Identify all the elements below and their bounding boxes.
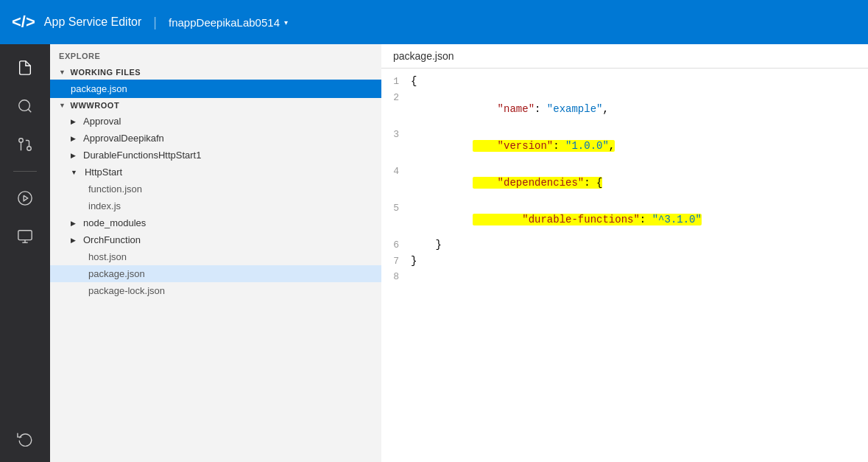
line-number: 4 xyxy=(381,166,411,177)
folder-triangle: ▶ xyxy=(71,135,76,142)
code-text: "name": "example", xyxy=(411,91,868,127)
file-label: package-lock.json xyxy=(88,285,165,296)
activity-search-icon[interactable] xyxy=(7,88,43,124)
topbar: </> App Service Editor | fnappDeepikaLab… xyxy=(0,0,868,44)
wwwroot-triangle: ▼ xyxy=(59,102,66,109)
code-line-8: 8 xyxy=(381,270,868,287)
svg-point-2 xyxy=(27,147,32,151)
main-area: EXPLORE ▼ WORKING FILES package.json ▼ W… xyxy=(0,44,868,462)
folder-triangle: ▶ xyxy=(71,152,76,159)
activity-settings-icon[interactable] xyxy=(7,421,43,456)
code-line-5: 5 "durable-functions": "^3.1.0" xyxy=(381,201,868,238)
editor: package.json 1 { 2 "name": "example", 3 … xyxy=(381,44,868,462)
topbar-divider: | xyxy=(153,15,157,30)
file-host-json[interactable]: host.json xyxy=(50,248,381,265)
file-label: index.js xyxy=(88,200,121,211)
svg-point-0 xyxy=(19,100,30,111)
svg-point-5 xyxy=(18,192,32,205)
line-number: 5 xyxy=(381,203,411,214)
working-files-header[interactable]: ▼ WORKING FILES xyxy=(50,65,381,80)
folder-triangle: ▶ xyxy=(71,118,76,125)
code-line-6: 6 } xyxy=(381,238,868,254)
folder-label: HttpStart xyxy=(85,167,122,178)
folder-triangle: ▶ xyxy=(71,237,76,244)
activity-run-icon[interactable] xyxy=(7,181,43,216)
logo-icon: </> xyxy=(12,13,35,32)
activity-git-icon[interactable] xyxy=(7,127,43,162)
file-package-json-root[interactable]: package.json xyxy=(50,265,381,282)
wwwroot-label: WWWROOT xyxy=(70,101,119,110)
code-line-7: 7 } xyxy=(381,254,868,270)
file-label: host.json xyxy=(88,251,127,262)
code-highlight: "dependencies": { xyxy=(473,177,602,189)
folder-label: DurableFunctionsHttpStart1 xyxy=(83,150,201,161)
folder-label: OrchFunction xyxy=(83,234,141,245)
line-number: 1 xyxy=(381,76,411,87)
svg-line-1 xyxy=(28,109,31,112)
code-line-1: 1 { xyxy=(381,74,868,91)
folder-durablefunctionshttpstart1[interactable]: ▶ DurableFunctionsHttpStart1 xyxy=(50,147,381,164)
working-files-triangle: ▼ xyxy=(59,69,66,76)
app-name-label: fnappDeepikaLab0514 xyxy=(169,16,280,29)
folder-approvaldeepikafn[interactable]: ▶ ApprovalDeepikafn xyxy=(50,130,381,147)
folder-httpstart[interactable]: ▼ HttpStart xyxy=(50,164,381,181)
file-label: function.json xyxy=(88,183,142,195)
folder-label: Approval xyxy=(83,116,121,127)
file-function-json[interactable]: function.json xyxy=(50,181,381,197)
svg-rect-6 xyxy=(18,231,32,240)
code-text: "durable-functions": "^3.1.0" xyxy=(411,202,868,237)
folder-triangle: ▼ xyxy=(71,169,77,176)
folder-triangle: ▶ xyxy=(71,220,76,227)
code-text: } xyxy=(411,255,868,267)
code-highlight: "durable-functions": "^3.1.0" xyxy=(473,214,702,225)
folder-orchfunction[interactable]: ▶ OrchFunction xyxy=(50,231,381,248)
explore-label: EXPLORE xyxy=(50,44,381,65)
code-line-3: 3 "version": "1.0.0", xyxy=(381,127,868,164)
line-number: 7 xyxy=(381,256,411,267)
line-number: 8 xyxy=(381,271,411,282)
activity-bar xyxy=(0,44,50,462)
folder-label: node_modules xyxy=(83,217,146,228)
working-file-package-json[interactable]: package.json xyxy=(50,80,381,98)
code-text: } xyxy=(411,239,868,251)
app-title: App Service Editor xyxy=(44,15,142,29)
line-number: 6 xyxy=(381,239,411,251)
editor-title: package.json xyxy=(381,44,868,69)
file-package-lock-json[interactable]: package-lock.json xyxy=(50,282,381,299)
activity-terminal-icon[interactable] xyxy=(7,219,43,254)
code-text: "dependencies": { xyxy=(411,165,868,200)
code-brace: : xyxy=(534,103,547,115)
working-files-label: WORKING FILES xyxy=(70,68,141,77)
activity-files-icon[interactable] xyxy=(7,50,43,85)
app-name-button[interactable]: fnappDeepikaLab0514 ▾ xyxy=(169,16,288,29)
svg-point-3 xyxy=(19,139,24,143)
code-string: "example" xyxy=(547,103,603,115)
app-name-chevron: ▾ xyxy=(284,18,288,27)
code-key: "name" xyxy=(473,103,534,115)
code-text: "version": "1.0.0", xyxy=(411,128,868,164)
working-file-label: package.json xyxy=(71,83,127,94)
wwwroot-header[interactable]: ▼ WWWROOT xyxy=(50,98,381,113)
line-number: 2 xyxy=(381,92,411,103)
editor-content[interactable]: 1 { 2 "name": "example", 3 "version": "1… xyxy=(381,69,868,462)
line-number: 3 xyxy=(381,129,411,140)
code-line-2: 2 "name": "example", xyxy=(381,91,868,127)
folder-node-modules[interactable]: ▶ node_modules xyxy=(50,214,381,231)
file-label: package.json xyxy=(88,268,145,279)
code-text: { xyxy=(411,75,868,87)
folder-label: ApprovalDeepikafn xyxy=(83,133,164,144)
sidebar: EXPLORE ▼ WORKING FILES package.json ▼ W… xyxy=(50,44,381,462)
activity-divider xyxy=(13,171,37,172)
code-line-4: 4 "dependencies": { xyxy=(381,164,868,201)
folder-approval[interactable]: ▶ Approval xyxy=(50,113,381,130)
file-index-js[interactable]: index.js xyxy=(50,197,381,214)
code-highlight: "version": "1.0.0", xyxy=(473,140,615,152)
